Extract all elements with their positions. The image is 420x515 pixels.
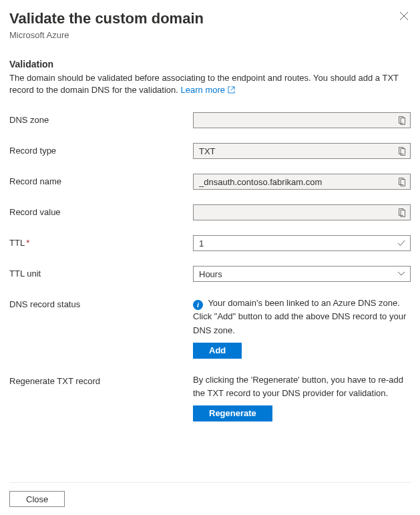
row-record-value: Record value: [9, 204, 411, 220]
info-icon: i: [193, 300, 203, 310]
row-ttl: TTL* 1: [9, 235, 411, 251]
form: DNS zone Record type TXT: [9, 112, 411, 436]
field-ttl-unit[interactable]: Hours: [193, 266, 411, 282]
field-record-name: _dnsauth.contoso.fabrikam.com: [193, 174, 411, 190]
dns-status-info: i Your domain's been linked to an Azure …: [193, 297, 411, 337]
label-dns-status: DNS record status: [9, 297, 193, 309]
label-regenerate: Regenerate TXT record: [9, 373, 193, 386]
panel-subtitle: Microsoft Azure: [9, 30, 204, 40]
add-button[interactable]: Add: [193, 343, 242, 359]
external-link-icon: [228, 85, 235, 98]
copy-icon[interactable]: [395, 114, 407, 126]
label-ttl: TTL*: [9, 235, 193, 248]
chevron-down-icon: [395, 268, 407, 280]
row-dns-status: DNS record status i Your domain's been l…: [9, 297, 411, 358]
row-record-name: Record name _dnsauth.contoso.fabrikam.co…: [9, 174, 411, 190]
regenerate-info: By clicking the 'Regenerate' button, you…: [193, 373, 411, 400]
field-ttl[interactable]: 1: [193, 235, 411, 251]
value-record-type: TXT: [199, 146, 395, 156]
copy-icon[interactable]: [395, 206, 407, 218]
row-ttl-unit: TTL unit Hours: [9, 266, 411, 282]
label-ttl-unit: TTL unit: [9, 266, 193, 279]
label-dns-zone: DNS zone: [9, 112, 193, 125]
dns-status-message: Your domain's been linked to an Azure DN…: [193, 298, 406, 335]
value-record-name: _dnsauth.contoso.fabrikam.com: [199, 177, 395, 187]
label-record-name: Record name: [9, 174, 193, 186]
learn-more-link[interactable]: Learn more: [181, 85, 235, 95]
regenerate-message: By clicking the 'Regenerate' button, you…: [193, 375, 403, 398]
close-icon[interactable]: [397, 9, 411, 23]
panel-title: Validate the custom domain: [9, 9, 204, 29]
value-ttl-unit: Hours: [199, 269, 395, 279]
copy-icon[interactable]: [395, 176, 407, 188]
label-record-value: Record value: [9, 204, 193, 217]
learn-more-text: Learn more: [181, 85, 225, 95]
panel-footer: Close: [9, 482, 411, 515]
row-record-type: Record type TXT: [9, 143, 411, 159]
validation-heading: Validation: [9, 59, 411, 69]
label-record-type: Record type: [9, 143, 193, 156]
validate-domain-panel: Validate the custom domain Microsoft Azu…: [0, 0, 420, 515]
label-ttl-text: TTL: [9, 238, 25, 248]
value-ttl: 1: [199, 238, 395, 248]
field-record-value: [193, 204, 411, 220]
regenerate-button[interactable]: Regenerate: [193, 405, 272, 421]
close-button[interactable]: Close: [9, 491, 65, 507]
field-dns-zone: [193, 112, 411, 128]
row-dns-zone: DNS zone: [9, 112, 411, 128]
row-regenerate: Regenerate TXT record By clicking the 'R…: [9, 373, 411, 421]
validation-description: The domain should be validated before as…: [9, 72, 411, 98]
copy-icon[interactable]: [395, 145, 407, 157]
field-record-type: TXT: [193, 143, 411, 159]
check-icon: [395, 237, 407, 249]
panel-header: Validate the custom domain Microsoft Azu…: [9, 9, 411, 40]
required-indicator: *: [26, 238, 29, 248]
